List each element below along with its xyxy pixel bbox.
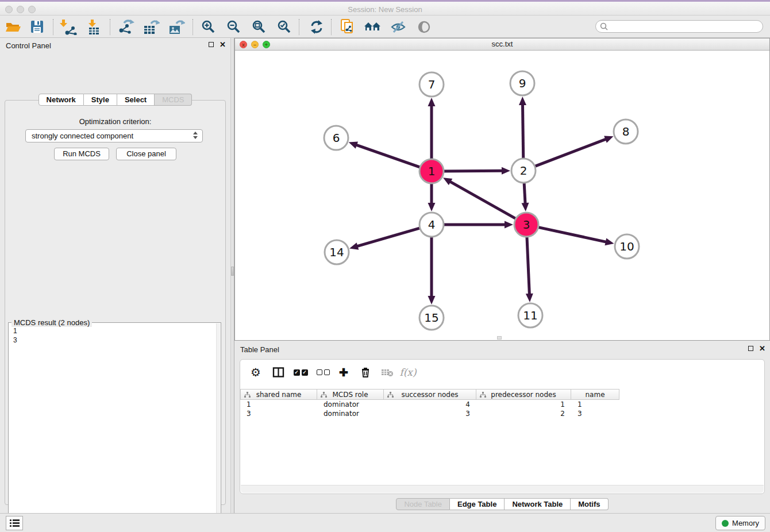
tab-edge-table[interactable]: Edge Table <box>450 498 505 510</box>
result-scrollbar[interactable] <box>216 323 220 532</box>
deselect-all-icon[interactable] <box>315 369 330 375</box>
graph-node-label: 14 <box>329 245 344 259</box>
splitter-grip[interactable] <box>231 267 234 276</box>
export-table-icon[interactable] <box>141 18 161 36</box>
export-image-icon[interactable] <box>166 18 187 36</box>
tab-mcds[interactable]: MCDS <box>155 94 192 106</box>
graph-node-label: 15 <box>424 311 438 325</box>
frame-resize-handle[interactable] <box>497 336 502 340</box>
graph-edge-1-6[interactable] <box>356 145 422 168</box>
export-network-icon[interactable] <box>116 18 136 36</box>
frame-minimize-icon[interactable]: – <box>251 41 259 48</box>
network-graph-svg[interactable]: 1234678910111415 <box>235 51 769 341</box>
zoom-selected-icon[interactable] <box>274 18 295 36</box>
graph-edge-2-8[interactable] <box>533 139 607 167</box>
tab-node-table[interactable]: Node Table <box>396 498 450 510</box>
graph-edge-3-11[interactable] <box>527 235 530 295</box>
add-row-icon[interactable]: ✚ <box>336 366 351 379</box>
graph-node-label: 1 <box>428 164 436 178</box>
close-panel-button[interactable]: Close panel <box>116 148 176 160</box>
search-field[interactable] <box>595 20 763 33</box>
tab-motifs[interactable]: Motifs <box>571 498 608 510</box>
graph-edge-2-3[interactable] <box>524 181 525 204</box>
graph-edge-arrow <box>604 136 613 142</box>
frame-maximize-icon[interactable]: + <box>263 41 270 48</box>
graph-edge-3-1[interactable] <box>449 182 517 219</box>
control-panel-tabs: NetworkStyleSelectMCDS <box>0 94 230 106</box>
column-header-mcds-role[interactable]: MCDS role <box>317 389 384 400</box>
import-network-icon[interactable] <box>58 18 79 36</box>
mcds-result-item: 1 <box>13 326 216 336</box>
table-row[interactable]: 3dominator323 <box>241 409 764 418</box>
network-frame-titlebar[interactable]: x – + scc.txt <box>235 38 769 51</box>
apply-function-icon[interactable]: f(x) <box>401 367 415 378</box>
optimization-criterion-select[interactable]: strongly connected component <box>25 129 203 142</box>
optimization-criterion-label: Optimization criterion: <box>5 117 225 126</box>
tab-network-table[interactable]: Network Table <box>505 498 571 510</box>
graph-edge-arrow <box>519 97 526 105</box>
control-panel: Control Panel ✕ NetworkStyleSelectMCDS O… <box>0 38 230 513</box>
zoom-fit-icon[interactable] <box>249 18 270 36</box>
graph-edge-3-10[interactable] <box>537 227 607 242</box>
window-titlebar: Session: New Session <box>0 0 770 16</box>
frame-close-icon[interactable]: x <box>240 41 247 48</box>
control-panel-close-icon[interactable]: ✕ <box>220 41 226 48</box>
select-all-icon[interactable]: ✓✓ <box>293 369 308 376</box>
show-all-networks-icon[interactable] <box>363 18 383 36</box>
graph-edge-4-14[interactable] <box>357 228 422 246</box>
show-columns-icon[interactable] <box>271 367 286 378</box>
network-canvas[interactable]: 1234678910111415 <box>235 51 769 340</box>
control-panel-float-icon[interactable] <box>209 42 214 47</box>
table-settings-icon[interactable]: ⚙ <box>248 365 263 379</box>
optimization-criterion-value: strongly connected component <box>32 132 133 140</box>
table-panel-close-icon[interactable]: ✕ <box>759 345 765 352</box>
table-row[interactable]: 1dominator411 <box>241 400 764 409</box>
memory-button[interactable]: Memory <box>715 516 765 530</box>
main-toolbar <box>0 16 770 38</box>
zoom-out-icon[interactable] <box>224 18 244 36</box>
control-panel-title: Control Panel <box>6 41 51 50</box>
import-table-icon[interactable] <box>83 18 104 36</box>
refresh-view-icon[interactable] <box>306 18 327 36</box>
memory-status-icon <box>722 520 729 527</box>
delete-rows-icon[interactable] <box>358 367 373 378</box>
graph-edge-1-2[interactable] <box>442 171 503 171</box>
task-history-button[interactable] <box>6 516 23 530</box>
graph-node-label: 10 <box>619 240 634 253</box>
bird-eye-view-icon[interactable] <box>414 18 434 36</box>
memory-label: Memory <box>732 519 759 527</box>
open-session-icon[interactable] <box>3 18 24 36</box>
search-input[interactable] <box>608 21 763 32</box>
graph-node-label: 9 <box>519 76 526 90</box>
column-header-shared-name[interactable]: shared name <box>240 389 317 400</box>
window-title: Session: New Session <box>0 5 770 14</box>
table-rows: 1dominator4113dominator323 <box>241 400 764 418</box>
column-header-predecessor-nodes[interactable]: predecessor nodes <box>476 389 571 400</box>
run-mcds-button[interactable]: Run MCDS <box>54 148 109 160</box>
table-hscroll[interactable] <box>241 485 764 493</box>
column-header-successor-nodes[interactable]: successor nodes <box>384 389 476 400</box>
tab-select[interactable]: Select <box>117 94 155 106</box>
delete-table-icon[interactable] <box>380 368 395 377</box>
graph-node-label: 2 <box>520 164 528 178</box>
mcds-result-item: 3 <box>13 336 216 345</box>
graph-edge-arrow <box>428 296 436 304</box>
column-header-name[interactable]: name <box>571 389 619 400</box>
hide-panels-icon[interactable] <box>388 18 409 36</box>
table-cell: dominator <box>318 400 384 409</box>
graph-edge-arrow <box>521 203 529 211</box>
graph-edge-arrow <box>502 167 510 175</box>
panel-splitter[interactable] <box>230 38 234 513</box>
table-panel-float-icon[interactable] <box>748 346 753 351</box>
graph-edge-2-9[interactable] <box>522 104 523 160</box>
table-cell: 1 <box>477 400 572 409</box>
graph-node-label: 6 <box>333 131 340 145</box>
clone-network-icon[interactable] <box>337 18 358 36</box>
table-cell: 2 <box>477 409 572 418</box>
select-chevrons-icon <box>193 132 198 139</box>
save-session-icon[interactable] <box>27 18 48 36</box>
tab-style[interactable]: Style <box>84 94 117 106</box>
tab-network[interactable]: Network <box>38 94 84 106</box>
zoom-in-icon[interactable] <box>198 18 219 36</box>
graph-edge-arrow <box>428 98 436 106</box>
